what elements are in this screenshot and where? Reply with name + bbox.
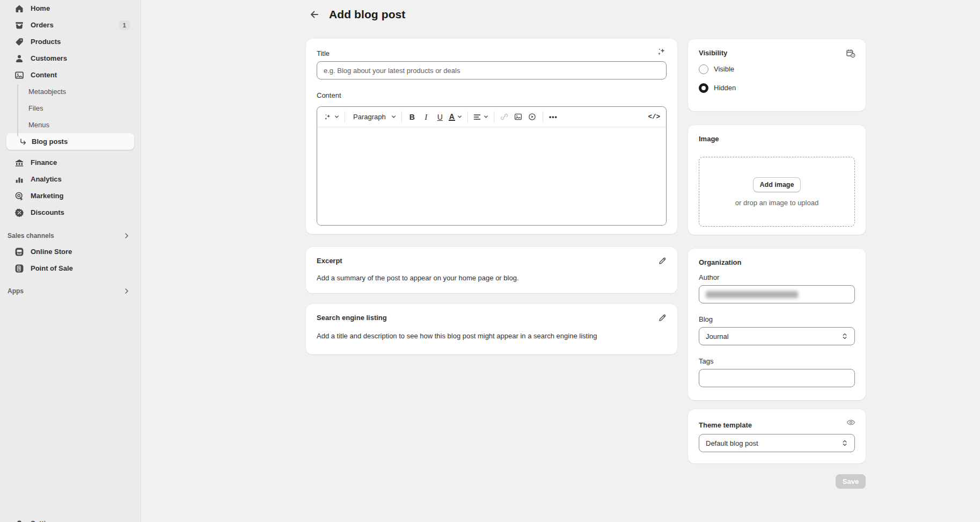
author-label: Author <box>699 273 855 282</box>
sidebar-item-label: Products <box>31 38 61 46</box>
blog-select-value: Journal <box>706 332 729 340</box>
bold-button[interactable]: B <box>405 110 419 125</box>
more-options-button[interactable]: ••• <box>546 110 560 125</box>
sidebar-item-online-store[interactable]: Online Store <box>6 243 134 260</box>
return-arrow-icon <box>18 136 28 147</box>
sidebar-item-label: Orders <box>31 21 54 29</box>
settings-gear-icon <box>14 518 25 522</box>
magic-sparkle-icon[interactable] <box>656 46 667 57</box>
edit-pencil-icon[interactable] <box>658 313 668 322</box>
sidebar-item-content[interactable]: Content <box>6 67 134 83</box>
author-redacted-value <box>706 291 798 298</box>
save-button[interactable]: Save <box>836 474 866 489</box>
home-icon <box>14 3 25 14</box>
underline-glyph: U <box>437 113 443 121</box>
customers-icon <box>14 53 25 64</box>
sidebar-item-menus[interactable]: Menus <box>6 117 134 133</box>
visibility-option-hidden[interactable]: Hidden <box>699 81 855 95</box>
edit-pencil-icon[interactable] <box>658 256 668 265</box>
sidebar-item-analytics[interactable]: Analytics <box>6 171 134 187</box>
link-button[interactable] <box>498 110 511 125</box>
toolbar-divider <box>543 111 543 123</box>
chevron-right-icon <box>122 287 131 295</box>
analytics-icon <box>14 174 25 185</box>
tags-input[interactable] <box>699 369 855 387</box>
code-view-button[interactable]: </> <box>646 110 662 125</box>
insert-video-button[interactable] <box>525 110 539 125</box>
visibility-option-visible[interactable]: Visible <box>699 62 855 76</box>
link-icon <box>500 112 509 121</box>
text-color-glyph: A <box>449 113 455 121</box>
editor-toolbar: Paragraph B I U A <box>317 107 666 127</box>
sidebar-item-label: Analytics <box>31 175 62 183</box>
svg-text:$: $ <box>18 266 20 271</box>
alignment-button[interactable] <box>471 110 491 125</box>
toolbar-divider <box>494 111 494 123</box>
sales-channels-section-header[interactable]: Sales channels <box>6 228 134 243</box>
schedule-calendar-clock-icon[interactable] <box>845 48 856 59</box>
sidebar-item-label: Blog posts <box>32 137 68 146</box>
radio-visible[interactable] <box>699 64 708 74</box>
sidebar-item-label: Discounts <box>31 208 64 216</box>
toolbar-divider <box>401 111 402 123</box>
bold-glyph: B <box>409 113 415 121</box>
sidebar-item-metaobjects[interactable]: Metaobjects <box>6 83 134 100</box>
radio-label: Visible <box>714 65 734 73</box>
image-card: Image Add image or drop an image to uplo… <box>688 125 866 235</box>
italic-button[interactable]: I <box>419 110 433 125</box>
sidebar-item-label: Metaobjects <box>28 88 66 96</box>
theme-template-select[interactable]: Default blog post <box>699 434 855 452</box>
theme-template-card: Theme template Default blog post <box>688 409 866 463</box>
excerpt-title: Excerpt <box>317 257 667 265</box>
visibility-card: Visibility Visible Hidden <box>688 39 866 111</box>
title-input[interactable] <box>317 61 667 79</box>
page-title: Add blog post <box>329 8 405 21</box>
sidebar-item-customers[interactable]: Customers <box>6 50 134 67</box>
insert-image-button[interactable] <box>511 110 525 125</box>
blog-select[interactable]: Journal <box>699 327 855 345</box>
ai-write-button[interactable] <box>321 110 341 125</box>
sidebar-item-finance[interactable]: Finance <box>6 154 134 171</box>
sidebar-item-products[interactable]: Products <box>6 33 134 50</box>
toolbar-divider <box>467 111 468 123</box>
sidebar-item-marketing[interactable]: Marketing <box>6 187 134 204</box>
organization-card: Organization Author Blog Journal Tags <box>688 249 866 400</box>
content-icon <box>14 70 25 81</box>
sidebar-item-label: Content <box>31 71 57 79</box>
magic-sparkle-icon <box>323 112 332 121</box>
author-input[interactable] <box>699 285 855 303</box>
sidebar-item-blog-posts-active[interactable]: Blog posts <box>6 133 134 150</box>
add-image-button[interactable]: Add image <box>753 177 801 192</box>
section-label: Sales channels <box>8 232 54 240</box>
chevron-down-icon <box>334 114 340 120</box>
online-store-icon <box>14 247 25 257</box>
content-subnav-tree-line <box>17 84 18 136</box>
sidebar-item-discounts[interactable]: Discounts <box>6 204 134 221</box>
paragraph-style-dropdown[interactable]: Paragraph <box>348 110 398 125</box>
rich-text-editor: Paragraph B I U A <box>317 106 667 226</box>
seo-title: Search engine listing <box>317 314 667 322</box>
sidebar-item-settings[interactable]: Settings <box>6 515 134 522</box>
radio-label: Hidden <box>714 84 736 92</box>
image-title: Image <box>699 135 855 143</box>
sidebar-item-orders[interactable]: Orders 1 <box>6 17 134 33</box>
back-button[interactable] <box>307 7 322 22</box>
text-color-button[interactable]: A <box>447 110 464 125</box>
sidebar-item-label: Settings <box>31 519 58 522</box>
underline-button[interactable]: U <box>433 110 447 125</box>
eye-icon[interactable] <box>846 417 856 427</box>
apps-section-header[interactable]: Apps <box>6 284 134 299</box>
orders-icon <box>14 20 25 31</box>
title-content-card: Title Content Paragraph B I <box>306 39 677 234</box>
play-circle-icon <box>528 112 537 121</box>
sidebar-item-home[interactable]: Home <box>6 0 134 17</box>
marketing-icon <box>14 191 25 201</box>
editor-content-area[interactable] <box>317 127 666 225</box>
sidebar-item-files[interactable]: Files <box>6 100 134 117</box>
paragraph-style-label: Paragraph <box>350 113 389 121</box>
radio-hidden[interactable] <box>699 83 708 93</box>
italic-glyph: I <box>425 113 427 121</box>
sidebar-item-point-of-sale[interactable]: $ Point of Sale <box>6 260 134 277</box>
content-field-label: Content <box>317 91 667 100</box>
image-dropzone[interactable]: Add image or drop an image to upload <box>699 157 855 227</box>
